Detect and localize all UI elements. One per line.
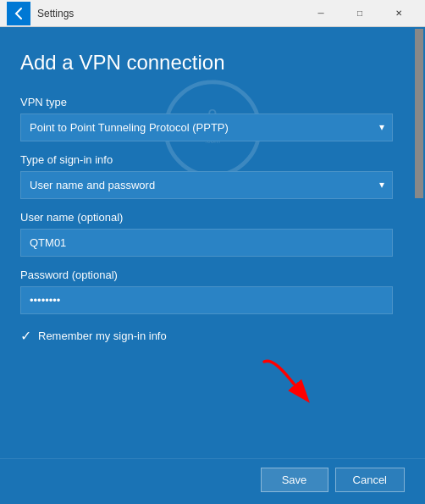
- sign-in-type-wrapper: User name and password Smart card One-ti…: [20, 171, 393, 199]
- bottom-bar: Save Cancel: [0, 458, 425, 504]
- password-input[interactable]: [20, 286, 393, 314]
- page-title: Add a VPN connection: [20, 51, 393, 75]
- window-controls: ─ □ ✕: [301, 0, 418, 27]
- content-area: Add a VPN connection VPN type Point to P…: [0, 27, 413, 458]
- scrollbar[interactable]: [413, 27, 425, 458]
- save-button[interactable]: Save: [261, 468, 328, 492]
- minimize-button[interactable]: ─: [301, 0, 340, 27]
- vpn-type-label: VPN type: [20, 96, 393, 108]
- back-button[interactable]: [7, 2, 30, 25]
- main-window: Q uantrimang .com Add a VPN connection V…: [0, 27, 425, 458]
- vpn-type-wrapper: Point to Point Tunneling Protocol (PPTP)…: [20, 114, 393, 141]
- window-title: Settings: [37, 8, 301, 19]
- username-input[interactable]: [20, 229, 393, 257]
- vpn-type-dropdown[interactable]: Point to Point Tunneling Protocol (PPTP)…: [20, 114, 393, 141]
- cancel-button[interactable]: Cancel: [335, 468, 405, 492]
- username-label: User name (optional): [20, 211, 393, 224]
- scrollbar-thumb[interactable]: [415, 29, 423, 198]
- sign-in-type-dropdown[interactable]: User name and password Smart card One-ti…: [20, 171, 393, 199]
- maximize-button[interactable]: □: [340, 0, 379, 27]
- sign-in-type-label: Type of sign-in info: [20, 153, 393, 166]
- title-bar: Settings ─ □ ✕: [0, 0, 425, 27]
- checkmark-icon: ✓: [20, 328, 31, 344]
- close-button[interactable]: ✕: [379, 0, 418, 27]
- remember-label: Remember my sign-in info: [38, 330, 167, 342]
- remember-row[interactable]: ✓ Remember my sign-in info: [20, 328, 393, 344]
- password-label: Password (optional): [20, 269, 393, 281]
